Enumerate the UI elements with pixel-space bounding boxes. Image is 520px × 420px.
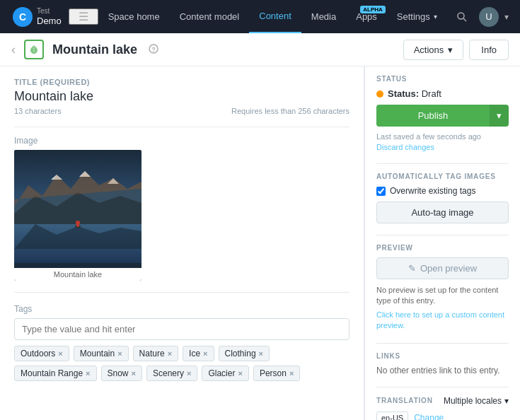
tag-person: Person ×: [253, 366, 300, 381]
nav-links: Space home Content model Content Media A…: [98, 0, 451, 33]
entry-title: Mountain lake: [52, 42, 137, 57]
workspace-logo[interactable]: C Test Demo: [6, 7, 69, 27]
workspace-name: Test Demo: [37, 7, 62, 27]
tags-row-2: Mountain Range × Snow × Scenery × Glacie…: [14, 366, 349, 381]
title-field: Title (required) Mountain lake 13 charac…: [14, 78, 349, 115]
topnav-right: U ▾: [451, 7, 514, 27]
locale-row: en-US Change: [376, 412, 509, 420]
translation-section: TRANSLATION Multiple locales ▾ en-US Cha…: [376, 396, 509, 420]
tag-nature-remove[interactable]: ×: [168, 349, 172, 358]
image-container[interactable]: Mountain lake: [14, 150, 141, 281]
search-button[interactable]: [451, 8, 473, 25]
title-meta: 13 characters Requires less than 256 cha…: [14, 107, 349, 115]
auto-tag-button[interactable]: Auto-tag image: [376, 202, 509, 223]
nav-space-home[interactable]: Space home: [98, 0, 170, 33]
tag-glacier-remove[interactable]: ×: [238, 369, 242, 378]
nav-settings[interactable]: Settings ▾: [387, 0, 447, 33]
change-locale-link[interactable]: Change: [414, 413, 444, 420]
links-label: LINKS: [376, 352, 509, 360]
overwrite-label: Overwrite existing tags: [390, 186, 475, 196]
actions-button[interactable]: Actions ▾: [403, 40, 464, 60]
title-value[interactable]: Mountain lake: [14, 89, 349, 104]
divider-2: [14, 292, 349, 293]
status-section: STATUS Status: Draft Publish ▾ Last save…: [376, 75, 509, 152]
sidebar: STATUS Status: Draft Publish ▾ Last save…: [364, 66, 520, 420]
discard-link[interactable]: Discard changes: [376, 143, 434, 151]
preview-note: No preview is set up for the content typ…: [376, 285, 509, 307]
tags-label: Tags: [14, 304, 349, 314]
tags-input[interactable]: [14, 318, 349, 340]
avatar-chevron[interactable]: ▾: [504, 12, 509, 22]
logo-icon: C: [13, 7, 33, 27]
tag-nature: Nature ×: [133, 346, 178, 361]
divider-1: [14, 127, 349, 127]
tag-clothing-remove[interactable]: ×: [259, 349, 263, 358]
overwrite-checkbox[interactable]: [376, 187, 386, 196]
links-note: No other entries link to this entry.: [376, 366, 509, 375]
status-label: STATUS: [376, 75, 509, 83]
pencil-icon: ✎: [408, 263, 416, 274]
svg-text:?: ?: [151, 46, 156, 53]
tag-mountain-remove[interactable]: ×: [117, 349, 122, 358]
svg-point-0: [458, 13, 464, 19]
preview-label: PREVIEW: [376, 244, 509, 252]
alpha-badge: ALPHA: [360, 6, 386, 13]
nav-media[interactable]: Media: [301, 0, 346, 33]
char-limit: Requires less than 256 characters: [231, 107, 349, 115]
preview-section: PREVIEW ✎ Open preview No preview is set…: [376, 244, 509, 332]
title-label: Title (required): [14, 78, 349, 86]
main-layout: Title (required) Mountain lake 13 charac…: [0, 66, 520, 420]
translation-select[interactable]: Multiple locales ▾: [444, 396, 509, 406]
nav-content-model[interactable]: Content model: [170, 0, 250, 33]
saved-info: Last saved a few seconds ago Discard cha…: [376, 131, 509, 152]
nav-apps[interactable]: Apps ALPHA: [346, 0, 387, 33]
tag-outdoors: Outdoors ×: [14, 346, 69, 361]
tag-outdoors-remove[interactable]: ×: [58, 349, 62, 358]
back-button[interactable]: ‹: [11, 42, 16, 57]
links-section: LINKS No other entries link to this entr…: [376, 352, 509, 375]
tag-snow: Snow ×: [101, 366, 142, 381]
content-editor: Title (required) Mountain lake 13 charac…: [0, 66, 364, 420]
nav-content[interactable]: Content: [249, 0, 301, 33]
tag-ice-remove[interactable]: ×: [203, 349, 207, 358]
tag-mountain-range: Mountain Range ×: [14, 366, 97, 381]
divider-5: [376, 343, 509, 344]
help-icon[interactable]: ?: [149, 44, 158, 56]
tag-ice: Ice ×: [183, 346, 214, 361]
auto-tag-section: AUTOMATICALLY TAG IMAGES Overwrite exist…: [376, 173, 509, 223]
open-preview-button[interactable]: ✎ Open preview: [376, 257, 509, 279]
tag-mountain-range-remove[interactable]: ×: [86, 369, 90, 378]
user-avatar[interactable]: U: [479, 7, 499, 27]
publish-group: Publish ▾: [376, 105, 509, 127]
tag-snow-remove[interactable]: ×: [132, 369, 136, 378]
tag-glacier: Glacier ×: [202, 366, 248, 381]
publish-button[interactable]: Publish: [376, 105, 490, 127]
entry-header: ‹ Mountain lake ? Actions ▾ Info: [0, 33, 520, 66]
saved-text: Last saved a few seconds ago: [376, 132, 481, 141]
status-text: Status: Draft: [388, 88, 441, 99]
status-dot: [376, 91, 383, 98]
char-count: 13 characters: [14, 107, 62, 115]
image-label: Image: [14, 136, 349, 146]
preview-setup-link[interactable]: Click here to set up a custom content pr…: [376, 310, 509, 332]
locale-badge: en-US: [376, 412, 408, 420]
hamburger-menu[interactable]: ☰: [69, 8, 98, 25]
image-caption: Mountain lake: [14, 268, 141, 281]
entry-actions: Actions ▾ Info: [403, 40, 509, 60]
entry-type-icon: [24, 40, 44, 59]
svg-line-1: [463, 18, 466, 21]
search-icon: [456, 11, 468, 23]
tag-person-remove[interactable]: ×: [289, 369, 294, 378]
tag-clothing: Clothing ×: [219, 346, 270, 361]
top-navigation: C Test Demo ☰ Space home Content model C…: [0, 0, 520, 33]
divider-4: [376, 235, 509, 235]
info-button[interactable]: Info: [469, 40, 509, 60]
auto-tag-label: AUTOMATICALLY TAG IMAGES: [376, 173, 509, 180]
tags-field: Tags Outdoors × Mountain × Nature × Ice …: [14, 304, 349, 381]
publish-arrow-button[interactable]: ▾: [490, 105, 509, 127]
tag-scenery-remove[interactable]: ×: [187, 369, 191, 378]
divider-6: [376, 387, 509, 387]
status-row: Status: Draft: [376, 88, 509, 99]
tag-scenery: Scenery ×: [146, 366, 197, 381]
divider-3: [376, 163, 509, 164]
